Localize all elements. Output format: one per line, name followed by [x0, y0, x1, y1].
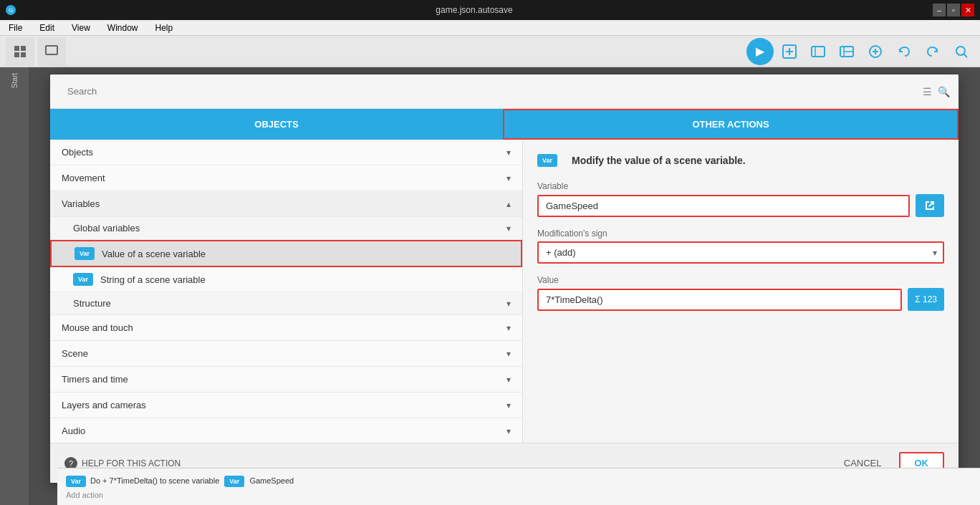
add-action-link[interactable]: Add action: [66, 489, 971, 501]
chevron-mouse: ▾: [506, 323, 511, 333]
action-title: Var Modify the value of a scene variable…: [537, 154, 944, 167]
var-badge-string: Var: [73, 273, 93, 286]
left-panel: Start: [0, 67, 29, 505]
category-objects-label: Objects: [62, 147, 93, 158]
action-panel: Var Modify the value of a scene variable…: [523, 140, 959, 443]
svg-rect-2: [14, 52, 19, 57]
help-text: HELP FOR THIS ACTION: [82, 458, 181, 468]
action-title-text: Modify the value of a scene variable.: [572, 155, 746, 166]
toolbar: ▶: [0, 36, 980, 67]
menu-file[interactable]: File: [6, 21, 25, 34]
scene-area: ☰ 🔍 OBJECTS OTHER ACTIONS Objects ▾: [29, 67, 980, 505]
category-audio[interactable]: Audio ▾: [50, 418, 522, 443]
item-value-scene-variable[interactable]: Var Value of a scene variable: [50, 240, 522, 267]
category-mouse-label: Mouse and touch: [62, 322, 133, 333]
subcategory-global-label: Global variables: [73, 223, 140, 234]
tab-other-actions[interactable]: OTHER ACTIONS: [503, 109, 959, 140]
minimize-button[interactable]: –: [933, 4, 946, 16]
menu-view[interactable]: View: [69, 21, 93, 34]
search-icon[interactable]: 🔍: [938, 86, 950, 97]
chevron-timers: ▾: [506, 375, 511, 385]
search-input[interactable]: [59, 80, 917, 102]
play-button[interactable]: ▶: [746, 38, 774, 65]
bottom-action-text: Do + 7*TimeDelta() to scene variable Var…: [90, 476, 294, 487]
item-value-label: Value of a scene variable: [102, 249, 206, 259]
variable-open-button[interactable]: [916, 194, 944, 217]
app-icon: G: [6, 5, 16, 15]
chevron-variables: ▴: [506, 199, 511, 209]
value-field-group: Value Σ 123: [537, 275, 944, 311]
title-bar: G game.json.autosave – ▫ ✕: [0, 0, 980, 20]
value-label: Value: [537, 275, 944, 285]
toolbar-btn-2[interactable]: [805, 39, 831, 64]
chevron-global: ▾: [506, 223, 511, 234]
category-movement[interactable]: Movement ▾: [50, 165, 522, 191]
chevron-scene: ▾: [506, 349, 511, 359]
start-tab[interactable]: Start: [11, 73, 19, 88]
close-button[interactable]: ✕: [961, 4, 974, 16]
toolbar-scene-icon: [37, 37, 66, 66]
category-timers[interactable]: Timers and time ▾: [50, 367, 522, 393]
chevron-structure: ▾: [506, 299, 511, 309]
item-string-scene-variable[interactable]: Var String of a scene variable: [50, 267, 522, 292]
modal-search-bar: ☰ 🔍: [50, 74, 959, 109]
category-list: Objects ▾ Movement ▾ Variables ▴: [50, 140, 523, 443]
svg-rect-8: [812, 47, 825, 57]
category-layers[interactable]: Layers and cameras ▾: [50, 393, 522, 418]
item-string-label: String of a scene variable: [100, 274, 206, 285]
redo-button[interactable]: [920, 39, 946, 64]
menu-edit[interactable]: Edit: [37, 21, 57, 34]
menu-help[interactable]: Help: [153, 21, 176, 34]
svg-rect-0: [14, 46, 19, 51]
action-var-badge: Var: [537, 154, 557, 167]
subcategory-structure[interactable]: Structure ▾: [50, 292, 522, 315]
modification-label: Modification's sign: [537, 229, 944, 239]
subcategory-structure-label: Structure: [73, 298, 111, 309]
toolbar-btn-3[interactable]: [834, 39, 860, 64]
toolbar-btn-4[interactable]: [863, 39, 888, 64]
chevron-layers: ▾: [506, 400, 511, 410]
category-objects[interactable]: Objects ▾: [50, 140, 522, 165]
variable-input[interactable]: [537, 195, 910, 217]
category-layers-label: Layers and cameras: [62, 400, 146, 410]
modification-select[interactable]: + (add): [537, 241, 944, 264]
toolbar-btn-1[interactable]: [777, 39, 802, 64]
menu-bar: File Edit View Window Help: [0, 20, 980, 36]
value-input[interactable]: [537, 289, 902, 311]
bottom-variable-badge: Var: [224, 476, 244, 487]
bottom-bar: Var Do + 7*TimeDelta() to scene variable…: [57, 468, 980, 505]
toolbar-panel-icon: [6, 37, 34, 66]
expression-button[interactable]: Σ 123: [908, 288, 944, 311]
category-variables[interactable]: Variables ▴: [50, 191, 522, 217]
variable-label: Variable: [537, 181, 944, 191]
title-bar-left: G: [6, 5, 16, 15]
search-toolbar-button[interactable]: [948, 39, 974, 64]
menu-window[interactable]: Window: [105, 21, 141, 34]
variable-input-row: [537, 194, 944, 217]
subcategory-global-variables[interactable]: Global variables ▾: [50, 217, 522, 240]
bottom-action-row: Var Do + 7*TimeDelta() to scene variable…: [66, 473, 971, 489]
svg-rect-4: [46, 46, 57, 54]
modal: ☰ 🔍 OBJECTS OTHER ACTIONS Objects ▾: [50, 74, 959, 483]
category-timers-label: Timers and time: [62, 374, 128, 385]
value-input-row: Σ 123: [537, 288, 944, 311]
category-movement-label: Movement: [62, 173, 105, 183]
category-variables-label: Variables: [62, 198, 100, 209]
title-bar-controls: – ▫ ✕: [933, 4, 974, 16]
svg-line-17: [964, 54, 968, 57]
variable-field-group: Variable: [537, 181, 944, 217]
var-badge-value: Var: [75, 247, 95, 260]
svg-rect-3: [21, 52, 26, 57]
modal-tabs: OBJECTS OTHER ACTIONS: [50, 109, 959, 140]
title-bar-title: game.json.autosave: [16, 5, 933, 15]
tab-objects[interactable]: OBJECTS: [50, 109, 503, 140]
category-scene[interactable]: Scene ▾: [50, 341, 522, 367]
filter-icon[interactable]: ☰: [923, 86, 932, 97]
modal-overlay: ☰ 🔍 OBJECTS OTHER ACTIONS Objects ▾: [29, 67, 980, 505]
category-mouse-touch[interactable]: Mouse and touch ▾: [50, 315, 522, 341]
modal-body: Objects ▾ Movement ▾ Variables ▴: [50, 140, 959, 443]
modification-select-row: + (add) ▾: [537, 241, 944, 264]
undo-button[interactable]: [891, 39, 917, 64]
modification-field-group: Modification's sign + (add) ▾: [537, 229, 944, 264]
maximize-button[interactable]: ▫: [947, 4, 960, 16]
